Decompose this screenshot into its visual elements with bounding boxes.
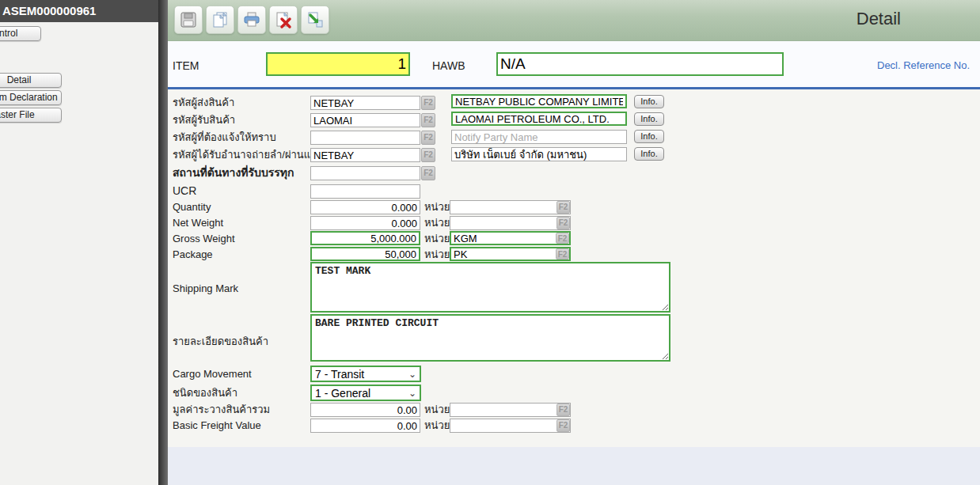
quantity-unit-f2-button[interactable]: F2: [556, 201, 570, 214]
consignee-code-input[interactable]: [310, 113, 420, 127]
print-icon: [242, 10, 261, 29]
transit-authorized-info-button[interactable]: Info.: [634, 147, 664, 161]
gross-weight-unit-label: หน่วย: [424, 232, 450, 246]
net-weight-unit-field: F2: [450, 216, 571, 230]
quantity-unit-label: หน่วย: [424, 200, 450, 214]
net-weight-input[interactable]: [310, 216, 420, 230]
quantity-label: Quantity: [173, 200, 211, 214]
basic-freight-value-label: Basic Freight Value: [173, 419, 261, 433]
quantity-input[interactable]: [310, 200, 420, 214]
shipper-name-input[interactable]: [451, 94, 627, 108]
package-unit-input[interactable]: [451, 248, 569, 260]
shipper-info-button[interactable]: Info.: [634, 95, 664, 108]
shipper-code-input[interactable]: [310, 96, 420, 110]
gross-weight-unit-input[interactable]: [451, 233, 569, 244]
consignee-code-label: รหัสผู้รับสินค้า: [173, 113, 235, 127]
chevron-down-icon: ⌄: [408, 369, 416, 380]
copy-icon: [211, 10, 230, 29]
print-button[interactable]: [237, 6, 266, 34]
goods-type-select[interactable]: 1 - General ⌄: [310, 385, 421, 401]
package-input[interactable]: [310, 247, 420, 261]
shipper-f2-button[interactable]: F2: [421, 96, 435, 110]
notify-code-input[interactable]: [310, 131, 420, 145]
consignee-name-input[interactable]: [451, 112, 627, 126]
notify-f2-button[interactable]: F2: [421, 131, 435, 145]
gross-weight-input[interactable]: [310, 231, 420, 245]
item-input[interactable]: [266, 52, 410, 76]
transit-authorized-code-label: รหัสผู้ได้รับอำนาจถ่ายลำ/ผ่านแดน: [173, 148, 324, 162]
toolbar: [174, 6, 329, 34]
copy-button[interactable]: [206, 6, 234, 34]
total-cargo-value-label: มูลค่าระวางสินค้ารวม: [173, 403, 270, 417]
shipping-mark-label: Shipping Mark: [173, 282, 238, 296]
package-unit-f2-button[interactable]: F2: [556, 248, 569, 260]
notify-code-label: รหัสผู้ที่ต้องแจ้งให้ทราบ: [173, 131, 276, 145]
sidebar-button-custom-declaration[interactable]: Custom Declaration: [0, 90, 62, 105]
package-label: Package: [173, 248, 213, 262]
net-weight-unit-label: หน่วย: [424, 216, 450, 230]
package-unit-field: F2: [450, 247, 571, 261]
document-number: ASEM000000961: [0, 0, 158, 22]
sidebar: ASEM000000961 Control Detail Custom Decl…: [0, 0, 158, 485]
transit-authorized-name-input[interactable]: [451, 147, 627, 161]
total-cargo-value-f2-button[interactable]: F2: [556, 404, 570, 416]
cargo-movement-select[interactable]: 7 - Transit ⌄: [310, 366, 421, 382]
transit-authorized-code-input[interactable]: [310, 148, 420, 162]
gross-weight-label: Gross Weight: [173, 232, 235, 246]
net-weight-unit-f2-button[interactable]: F2: [556, 217, 570, 229]
ucr-input[interactable]: [310, 184, 420, 199]
total-cargo-value-unit-label: หน่วย: [424, 403, 450, 417]
hawb-input[interactable]: [496, 52, 784, 76]
shipper-code-label: รหัสผู้ส่งสินค้า: [173, 96, 234, 110]
delete-button[interactable]: [269, 6, 298, 34]
basic-freight-value-input[interactable]: [310, 419, 420, 433]
sidebar-button-master-file[interactable]: Master File: [0, 108, 62, 123]
save-button[interactable]: [174, 6, 203, 34]
goods-type-label: ชนิดของสินค้า: [173, 386, 237, 400]
save-icon: [179, 10, 198, 29]
quantity-unit-field: F2: [450, 200, 571, 214]
gross-weight-unit-field: F2: [450, 231, 571, 245]
sidebar-divider: [158, 0, 168, 485]
goods-detail-textarea[interactable]: BARE PRINTED CIRCUIT: [310, 314, 670, 362]
hawb-label: HAWB: [432, 59, 465, 73]
net-weight-label: Net Weight: [173, 216, 223, 230]
sidebar-button-control[interactable]: Control: [0, 26, 41, 41]
gross-weight-unit-f2-button[interactable]: F2: [556, 233, 569, 244]
total-cargo-value-unit-input[interactable]: [450, 404, 570, 416]
shipping-mark-textarea[interactable]: TEST MARK: [310, 262, 670, 313]
basic-freight-value-unit-input[interactable]: [450, 419, 570, 432]
origin-place-label: สถานที่ต้นทางที่รับบรรทุก: [173, 165, 294, 180]
item-label: ITEM: [173, 59, 199, 73]
ucr-label: UCR: [173, 184, 196, 198]
net-weight-unit-input[interactable]: [450, 217, 570, 229]
delete-icon: [274, 10, 293, 29]
quantity-unit-input[interactable]: [450, 201, 570, 214]
bottom-strip: [168, 447, 980, 485]
cargo-movement-label: Cargo Movement: [173, 367, 252, 381]
main-panel: Detail ITEM HAWB Decl. Reference No. รหั…: [168, 0, 980, 485]
consignee-info-button[interactable]: Info.: [634, 112, 664, 126]
basic-freight-value-unit-field: F2: [450, 419, 571, 433]
basic-freight-value-f2-button[interactable]: F2: [556, 419, 570, 432]
notify-name-input[interactable]: [451, 130, 627, 144]
notify-info-button[interactable]: Info.: [634, 130, 664, 143]
decl-reference-link[interactable]: Decl. Reference No.: [877, 59, 970, 73]
total-cargo-value-input[interactable]: [310, 403, 420, 417]
detail-form: รหัสผู้ส่งสินค้า F2 Info. รหัสผู้รับสินค…: [168, 89, 980, 447]
transfer-button[interactable]: [301, 6, 329, 34]
page-title: Detail: [857, 9, 901, 29]
sidebar-button-detail[interactable]: Detail: [0, 73, 62, 88]
cargo-movement-value: 7 - Transit: [315, 368, 364, 381]
origin-place-f2-button[interactable]: F2: [421, 166, 435, 180]
basic-freight-value-unit-label: หน่วย: [424, 419, 450, 433]
goods-detail-label: รายละเอียดของสินค้า: [173, 335, 268, 349]
package-unit-label: หน่วย: [424, 248, 450, 262]
chevron-down-icon: ⌄: [408, 388, 416, 399]
page-header: Detail: [168, 0, 980, 41]
transfer-icon: [306, 10, 325, 29]
transit-authorized-f2-button[interactable]: F2: [421, 148, 435, 162]
origin-place-input[interactable]: [310, 166, 420, 180]
goods-type-value: 1 - General: [315, 387, 370, 400]
consignee-f2-button[interactable]: F2: [421, 113, 435, 127]
